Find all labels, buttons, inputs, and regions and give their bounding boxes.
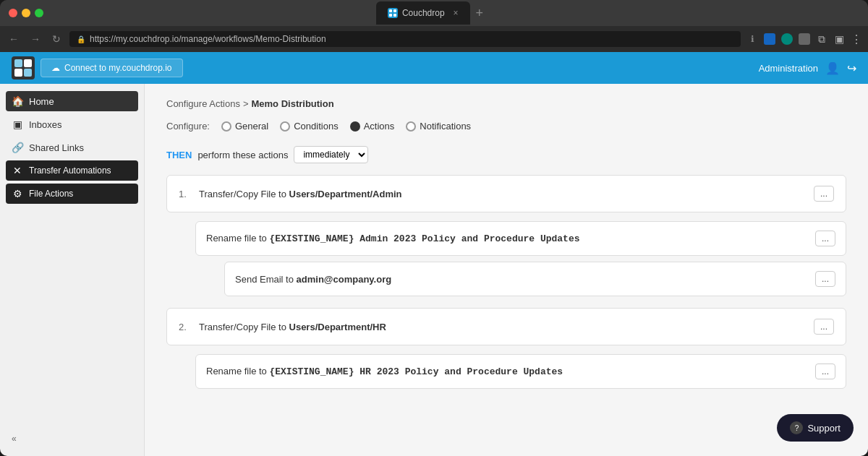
logout-icon[interactable]: ↪	[847, 61, 856, 75]
home-icon: 🏠	[12, 95, 23, 107]
forward-btn[interactable]: →	[27, 32, 43, 46]
then-label: THEN	[166, 150, 192, 160]
action-menu-btn-1[interactable]: ...	[814, 186, 834, 202]
refresh-btn[interactable]: ↻	[49, 32, 64, 46]
cloud-icon: ☁	[51, 63, 60, 73]
sidebar-item-file-actions-label: File Actions	[29, 189, 73, 199]
action-number-1: 1.	[179, 189, 193, 199]
sidebar-item-file-actions[interactable]: ⚙ File Actions	[6, 184, 138, 204]
logo-dot-1	[14, 59, 22, 67]
tab-notifications[interactable]: Notifications	[406, 121, 471, 132]
svg-rect-2	[389, 14, 392, 17]
app-container: ☁ Connect to my.couchdrop.io Administrat…	[0, 52, 868, 456]
sidebar: 🏠 Home ▣ Inboxes 🔗 Shared Links ✕ Transf…	[0, 84, 145, 456]
tab-title: Couchdrop	[402, 8, 445, 18]
configure-label: Configure:	[166, 121, 210, 132]
app-topbar: ☁ Connect to my.couchdrop.io Administrat…	[0, 52, 868, 84]
browser-titlebar: Couchdrop × +	[0, 0, 868, 26]
maximize-traffic-light[interactable]	[35, 9, 43, 17]
tab-general-label: General	[235, 121, 268, 132]
new-tab-btn[interactable]: +	[476, 6, 484, 21]
sidebar-item-shared-links[interactable]: 🔗 Shared Links	[0, 136, 144, 159]
sub-action-card-1a: Rename file to {EXISTING_NAME} Admin 202…	[195, 221, 846, 256]
app-logo: ☁ Connect to my.couchdrop.io	[12, 56, 183, 79]
collapse-btn[interactable]: «	[12, 434, 17, 444]
close-traffic-light[interactable]	[9, 9, 17, 17]
tab-conditions-label: Conditions	[294, 121, 338, 132]
browser-window: Couchdrop × + ← → ↻ 🔒 https://my.couchdr…	[0, 0, 868, 456]
radio-notifications	[406, 121, 416, 132]
puzzle-icon[interactable]: ⧉	[816, 33, 827, 45]
content-area: Configure Actions > Memo Distribution Co…	[145, 84, 868, 456]
connect-btn-label: Connect to my.couchdrop.io	[64, 63, 172, 73]
sub-action-text-2a: Rename file to {EXISTING_NAME} HR 2023 P…	[206, 366, 815, 377]
ext-icon-1[interactable]	[764, 33, 775, 45]
action-bold-path-2: Users/Department/HR	[289, 322, 386, 332]
address-bar[interactable]: 🔒 https://my.couchdrop.io/manage/workflo…	[69, 31, 741, 47]
logo-dot-4	[24, 69, 32, 77]
sidebar-item-transfer-automations[interactable]: ✕ Transfer Automations	[6, 160, 138, 181]
admin-label: Administration	[759, 63, 818, 74]
sidebar-item-home[interactable]: 🏠 Home	[6, 91, 138, 111]
back-btn[interactable]: ←	[6, 32, 22, 46]
tab-favicon	[388, 8, 398, 18]
breadcrumb-link[interactable]: Configure Actions	[166, 98, 240, 109]
radio-general	[221, 121, 231, 132]
svg-rect-0	[389, 9, 392, 12]
action-group-1: 1. Transfer/Copy File to Users/Departmen…	[166, 175, 846, 296]
sub-sub-action-card-1ai: Send Email to admin@company.org ...	[224, 262, 846, 296]
traffic-lights	[9, 9, 43, 17]
breadcrumb-current: Memo Distribution	[252, 98, 334, 109]
logo-dot-3	[14, 69, 22, 77]
browser-tab[interactable]: Couchdrop ×	[376, 1, 470, 25]
logo-icon	[12, 56, 35, 79]
topbar-right: Administration 👤 ↪	[759, 61, 856, 75]
file-actions-icon: ⚙	[12, 188, 23, 199]
sidebar-item-inboxes[interactable]: ▣ Inboxes	[0, 113, 144, 136]
url-text: https://my.couchdrop.io/manage/workflows…	[90, 34, 326, 44]
sub-action-menu-btn-2a[interactable]: ...	[815, 363, 835, 379]
inbox-icon: ▣	[12, 119, 23, 130]
action-card-1: 1. Transfer/Copy File to Users/Departmen…	[166, 175, 846, 212]
configure-tabs-row: Configure: General Conditions Actions	[166, 121, 846, 132]
info-icon[interactable]: ℹ	[746, 33, 758, 45]
action-text-1: Transfer/Copy File to Users/Department/A…	[199, 189, 814, 199]
sub-action-text-1a: Rename file to {EXISTING_NAME} Admin 202…	[206, 233, 815, 244]
ext-icon-2[interactable]	[781, 33, 793, 45]
tab-actions[interactable]: Actions	[350, 121, 395, 132]
sub-sub-action-bold-1ai: admin@company.org	[297, 274, 392, 285]
sidebar-item-home-label: Home	[29, 96, 54, 107]
more-icon[interactable]: ⋮	[851, 33, 862, 45]
breadcrumb: Configure Actions > Memo Distribution	[166, 98, 846, 109]
connect-button[interactable]: ☁ Connect to my.couchdrop.io	[41, 59, 183, 77]
sub-action-menu-btn-1a[interactable]: ...	[815, 231, 835, 246]
sidebar-item-transfer-automations-label: Transfer Automations	[29, 165, 111, 176]
sidebar-toggle-icon[interactable]: ▣	[833, 33, 845, 45]
ext-icon-3[interactable]	[799, 33, 810, 45]
transfer-icon: ✕	[12, 165, 23, 176]
support-button[interactable]: ? Support	[777, 414, 854, 442]
radio-actions	[350, 121, 360, 132]
minimize-traffic-light[interactable]	[22, 9, 30, 17]
action-menu-btn-2[interactable]: ...	[814, 319, 834, 335]
user-icon[interactable]: 👤	[825, 61, 840, 75]
svg-rect-3	[393, 14, 396, 17]
sub-action-code-1a: {EXISTING_NAME} Admin 2023 Policy and Pr…	[269, 233, 579, 244]
main-layout: 🏠 Home ▣ Inboxes 🔗 Shared Links ✕ Transf…	[0, 84, 868, 456]
support-label: Support	[807, 423, 841, 434]
tab-general[interactable]: General	[221, 121, 268, 132]
radio-conditions	[280, 121, 290, 132]
logo-dot-2	[24, 59, 32, 67]
tab-conditions[interactable]: Conditions	[280, 121, 338, 132]
then-select[interactable]: immediately scheduled	[294, 146, 368, 163]
sub-sub-action-menu-btn-1ai[interactable]: ...	[815, 271, 835, 287]
lock-icon: 🔒	[77, 35, 85, 43]
tab-close-btn[interactable]: ×	[454, 8, 459, 18]
action-number-2: 2.	[179, 322, 193, 332]
then-text: perform these actions	[197, 150, 288, 160]
action-card-2: 2. Transfer/Copy File to Users/Departmen…	[166, 308, 846, 345]
tab-notifications-label: Notifications	[420, 121, 471, 132]
browser-toolbar-icons: ℹ ⧉ ▣ ⋮	[746, 33, 862, 45]
sidebar-item-inboxes-label: Inboxes	[29, 119, 62, 130]
support-icon: ?	[790, 421, 803, 434]
